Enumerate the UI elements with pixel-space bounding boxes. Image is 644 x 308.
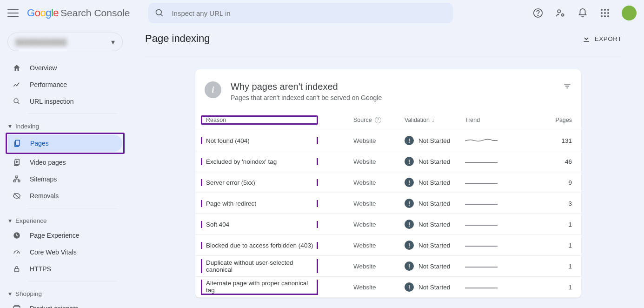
notifications-icon[interactable] [577,7,588,19]
filter-button[interactable] [563,81,572,93]
trend-sparkline [465,263,521,269]
trend-sparkline [465,221,521,228]
menu-button[interactable] [7,7,19,19]
trend-sparkline [465,242,521,248]
nav-removals[interactable]: Removals [7,187,123,204]
col-trend-label: Trend [465,117,480,123]
page-title: Page indexing [145,33,210,45]
pages-count: 1 [521,242,572,249]
reasons-table: Reason Source ? Validation ↓ Trend Pages [195,110,581,298]
nav-page-experience[interactable]: Page Experience [7,227,123,244]
annotation-highlight: Reason [201,115,318,125]
nav-label: Product snippets [30,305,78,308]
nav-label: Video pages [30,159,66,166]
trend-icon [12,80,21,89]
account-avatar[interactable] [622,6,637,20]
nav-performance[interactable]: Performance [7,76,123,93]
download-icon [582,34,591,43]
table-row[interactable]: Not found (404) Website ! Not Started 13… [195,130,581,151]
trend-sparkline [465,137,521,144]
nav-overview[interactable]: Overview [7,60,123,76]
pages-count: 1 [521,263,572,270]
validation-text: Not Started [418,200,450,207]
svg-line-7 [18,102,19,104]
col-reason-label: Reason [206,117,226,123]
table-row[interactable]: Blocked due to access forbidden (403) We… [195,235,581,256]
nav-section-shopping[interactable]: ▾ Shopping [7,285,123,300]
url-inspect-searchbar[interactable] [148,3,453,23]
validation-cell: ! Not Started [405,282,465,292]
chevron-down-icon: ▾ [111,38,115,47]
reason-text: Soft 404 [206,221,229,228]
svg-rect-17 [584,41,589,42]
exclamation-icon: ! [405,241,414,250]
svg-rect-12 [18,180,20,182]
page-experience-icon [12,231,21,240]
validation-cell: ! Not Started [405,261,465,271]
table-row[interactable]: Server error (5xx) Website ! Not Started… [195,172,581,193]
col-validation-header[interactable]: Validation ↓ [405,117,465,123]
help-icon[interactable]: ? [375,117,381,123]
exclamation-icon: ! [405,220,414,229]
product-logo[interactable]: Google Search Console [27,7,130,19]
validation-text: Not Started [418,221,450,228]
property-name-redacted: ████████████ [15,39,67,46]
nav-section-indexing[interactable]: ▾ Indexing [7,118,123,133]
nav-section-experience[interactable]: ▾ Experience [7,212,123,227]
annotation-highlight: Blocked due to access forbidden (403) [201,242,318,249]
nav-label: Performance [30,81,67,88]
pages-count: 9 [521,179,572,186]
nav-label: Page Experience [30,232,80,239]
pages-count: 1 [521,221,572,228]
svg-point-3 [538,15,538,15]
annotation-highlight: Server error (5xx) [201,179,318,186]
sidebar: ████████████ ▾ Overview Performance URL … [0,26,130,308]
app-name: Search Console [60,7,130,19]
svg-rect-18 [564,84,570,85]
help-icon[interactable] [532,7,544,19]
source-text: Website [353,242,405,249]
trend-sparkline [465,179,521,186]
svg-point-5 [562,14,564,16]
annotation-highlight: Alternate page with proper canonical tag [201,280,318,295]
nav-video-pages[interactable]: Video pages [7,154,123,171]
nav-url-inspection[interactable]: URL inspection [7,93,123,110]
svg-point-4 [558,10,560,13]
pages-icon [13,139,22,147]
export-button[interactable]: EXPORT [582,34,622,43]
table-row[interactable]: Duplicate without user-selected canonica… [195,256,581,277]
reason-text: Excluded by 'noindex' tag [206,158,277,165]
reason-text: Not found (404) [206,137,250,144]
section-label: Shopping [15,290,42,297]
col-source-label: Source [353,117,372,123]
nav-label: Removals [30,192,59,200]
annotation-highlight: Not found (404) [201,137,318,144]
table-row[interactable]: Excluded by 'noindex' tag Website ! Not … [195,151,581,172]
nav-https[interactable]: HTTPS [7,261,123,277]
source-text: Website [353,137,405,144]
google-logo: Google [27,7,59,19]
annotation-highlight: Pages [6,133,125,154]
search-input[interactable] [172,9,446,17]
table-row[interactable]: Alternate page with proper canonical tag… [195,277,581,298]
table-row[interactable]: Soft 404 Website ! Not Started 1 [195,214,581,235]
property-selector[interactable]: ████████████ ▾ [7,33,123,51]
removals-icon [12,192,21,200]
table-header: Reason Source ? Validation ↓ Trend Pages [195,110,581,130]
nav-product-snippets[interactable]: Product snippets [7,300,123,308]
svg-line-1 [161,14,163,16]
reason-text: Page with redirect [206,200,256,207]
apps-grid-icon[interactable] [599,7,611,19]
validation-text: Not Started [418,137,450,144]
nav-pages[interactable]: Pages [8,135,122,152]
svg-point-6 [14,99,18,103]
annotation-highlight: Excluded by 'noindex' tag [201,158,318,165]
table-row[interactable]: Page with redirect Website ! Not Started… [195,193,581,214]
exclamation-icon: ! [405,178,414,187]
svg-point-0 [156,10,162,15]
nav-label: Sitemaps [30,175,57,183]
nav-sitemaps[interactable]: Sitemaps [7,171,123,187]
speedometer-icon [12,248,21,256]
nav-core-web-vitals[interactable]: Core Web Vitals [7,244,123,261]
users-settings-icon[interactable] [555,7,566,19]
